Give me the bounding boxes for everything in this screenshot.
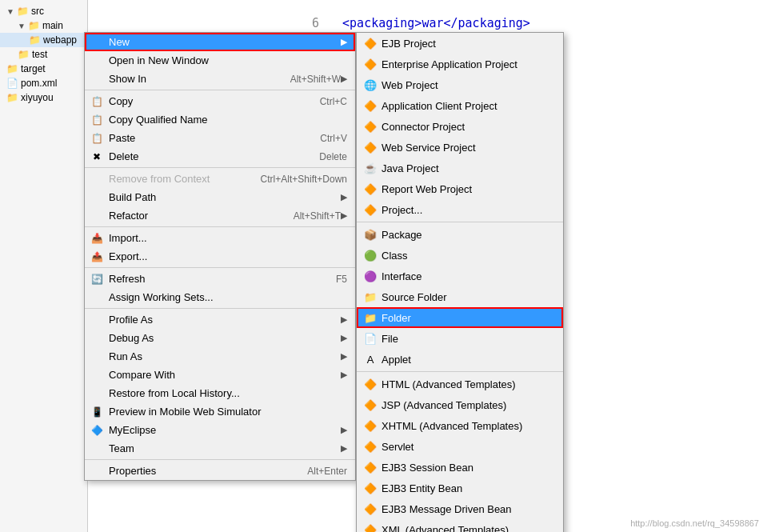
menu-item-remove-context[interactable]: Remove from ContextCtrl+Alt+Shift+Down bbox=[85, 170, 355, 188]
menu-item-icon: 📋 bbox=[90, 113, 104, 127]
submenu-item-label: Applet bbox=[382, 354, 411, 366]
menu-item-show-in[interactable]: Show InAlt+Shift+W▶ bbox=[85, 70, 355, 88]
menu-item-build-path[interactable]: Build Path▶ bbox=[85, 188, 355, 206]
menu-item-properties[interactable]: PropertiesAlt+Enter bbox=[85, 462, 355, 480]
submenu-item-icon: 📁 bbox=[363, 290, 378, 304]
submenu-item-source-folder[interactable]: 📁Source Folder bbox=[357, 286, 563, 307]
menu-item-shortcut: Alt+Shift+T bbox=[294, 210, 341, 222]
menu-item-label: Remove from Context bbox=[109, 173, 245, 185]
menu-item-preview-mobile[interactable]: 📱Preview in Mobile Web Simulator bbox=[85, 402, 355, 421]
submenu: 🔶EJB Project🔶Enterprise Application Proj… bbox=[356, 32, 564, 532]
menu-item-debug-as[interactable]: Debug As▶ bbox=[85, 329, 355, 347]
submenu-item-icon: 🔶 bbox=[363, 460, 378, 474]
menu-item-icon: 📤 bbox=[90, 250, 104, 264]
folder-icon: 📁 bbox=[29, 34, 41, 46]
menu-item-import[interactable]: 📥Import... bbox=[85, 229, 355, 247]
menu-item-refresh[interactable]: 🔄RefreshF5 bbox=[85, 270, 355, 288]
tree-item-test[interactable]: 📁test bbox=[0, 47, 87, 62]
menu-item-paste[interactable]: 📋PasteCtrl+V bbox=[85, 129, 355, 147]
submenu-item-class[interactable]: 🟢Class bbox=[357, 245, 563, 266]
tree-item-webapp[interactable]: 📁webapp bbox=[0, 33, 87, 47]
menu-item-run-as[interactable]: Run As▶ bbox=[85, 347, 355, 366]
submenu-item-label: Package bbox=[382, 229, 422, 241]
submenu-item-icon: 🔶 bbox=[363, 57, 378, 71]
menu-item-label: Paste bbox=[109, 132, 304, 144]
submenu-item-web-service[interactable]: 🔶Web Service Project bbox=[357, 137, 563, 158]
menu-item-label: Restore from Local History... bbox=[109, 387, 347, 399]
menu-item-icon: 📥 bbox=[90, 231, 104, 246]
menu-item-myeclipse[interactable]: 🔷MyEclipse▶ bbox=[85, 421, 355, 439]
tree-item-pom-xml[interactable]: 📄pom.xml bbox=[0, 76, 87, 90]
submenu-item-ejb3-msg[interactable]: 🔶EJB3 Message Driven Bean bbox=[357, 498, 563, 519]
tree-item-label: test bbox=[32, 49, 47, 60]
menu-item-label: Assign Working Sets... bbox=[109, 291, 347, 303]
menu-item-refactor[interactable]: RefactorAlt+Shift+T▶ bbox=[85, 206, 355, 225]
submenu-item-label: JSP (Advanced Templates) bbox=[382, 399, 506, 411]
submenu-item-applet[interactable]: AApplet bbox=[357, 349, 563, 370]
submenu-item-icon: 🔶 bbox=[363, 398, 378, 412]
menu-separator bbox=[85, 167, 355, 168]
submenu-item-icon: 🔶 bbox=[363, 481, 378, 495]
submenu-item-ejb3-session[interactable]: 🔶EJB3 Session Bean bbox=[357, 457, 563, 478]
submenu-separator bbox=[357, 222, 563, 222]
submenu-item-servlet[interactable]: 🔶Servlet bbox=[357, 436, 563, 457]
submenu-item-xhtml-adv[interactable]: 🔶XHTML (Advanced Templates) bbox=[357, 415, 563, 436]
submenu-arrow-icon: ▶ bbox=[341, 74, 347, 84]
tree-item-label: webapp bbox=[43, 34, 77, 46]
submenu-item-icon: 📦 bbox=[363, 227, 378, 242]
submenu-item-xml-adv[interactable]: 🔶XML (Advanced Templates) bbox=[357, 519, 563, 532]
submenu-item-interface[interactable]: 🟣Interface bbox=[357, 266, 563, 286]
submenu-item-label: EJB3 Session Bean bbox=[382, 462, 473, 474]
tree-item-target[interactable]: 📁target bbox=[0, 62, 87, 76]
menu-item-icon: ✖ bbox=[90, 150, 104, 164]
submenu-item-app-client[interactable]: 🔶Application Client Project bbox=[357, 95, 563, 116]
menu-item-label: Compare With bbox=[109, 369, 341, 381]
submenu-item-file[interactable]: 📄File bbox=[357, 328, 563, 349]
tree-item-label: target bbox=[21, 63, 46, 74]
tree-item-label: main bbox=[42, 20, 63, 31]
menu-item-export[interactable]: 📤Export... bbox=[85, 247, 355, 266]
submenu-item-enterprise-app[interactable]: 🔶Enterprise Application Project bbox=[357, 54, 563, 74]
watermark: http://blog.csdn.net/rq_34598867 bbox=[630, 518, 759, 528]
file-icon: 📄 bbox=[6, 78, 18, 89]
menu-item-label: Show In bbox=[109, 73, 274, 85]
submenu-item-ejb3-entity[interactable]: 🔶EJB3 Entity Bean bbox=[357, 478, 563, 498]
submenu-item-web-project[interactable]: 🌐Web Project bbox=[357, 74, 563, 95]
menu-item-assign-working[interactable]: Assign Working Sets... bbox=[85, 288, 355, 306]
menu-item-restore-local[interactable]: Restore from Local History... bbox=[85, 384, 355, 402]
tree-item-xiyuyou[interactable]: 📁xiyuyou bbox=[0, 90, 87, 105]
menu-item-shortcut: Delete bbox=[319, 151, 347, 162]
menu-item-delete[interactable]: ✖DeleteDelete bbox=[85, 147, 355, 166]
menu-item-open-new-window[interactable]: Open in New Window bbox=[85, 51, 355, 70]
submenu-item-connector[interactable]: 🔶Connector Project bbox=[357, 116, 563, 137]
context-menu: New▶Open in New WindowShow InAlt+Shift+W… bbox=[84, 32, 356, 481]
submenu-item-label: Java Project bbox=[382, 162, 439, 174]
menu-item-label: Import... bbox=[109, 232, 347, 244]
submenu-item-label: HTML (Advanced Templates) bbox=[382, 378, 516, 390]
submenu-item-package[interactable]: 📦Package bbox=[357, 224, 563, 245]
submenu-item-report-web[interactable]: 🔶Report Web Project bbox=[357, 178, 563, 199]
tree-item-main[interactable]: ▼📁main bbox=[0, 18, 87, 33]
submenu-item-jsp-adv[interactable]: 🔶JSP (Advanced Templates) bbox=[357, 394, 563, 415]
menu-item-shortcut: F5 bbox=[336, 274, 347, 285]
submenu-item-java-project[interactable]: ☕Java Project bbox=[357, 158, 563, 178]
submenu-arrow-icon: ▶ bbox=[341, 425, 347, 435]
tree-item-label: src bbox=[31, 6, 44, 17]
submenu-item-label: Connector Project bbox=[382, 121, 465, 133]
folder-icon: 📁 bbox=[17, 6, 29, 17]
menu-item-shortcut: Ctrl+C bbox=[320, 96, 347, 107]
submenu-separator bbox=[357, 371, 563, 372]
menu-item-copy[interactable]: 📋CopyCtrl+C bbox=[85, 92, 355, 110]
submenu-item-ejb-project[interactable]: 🔶EJB Project bbox=[357, 33, 563, 54]
submenu-item-project-dots[interactable]: 🔶Project... bbox=[357, 199, 563, 220]
submenu-item-folder[interactable]: 📁Folder bbox=[357, 307, 563, 328]
menu-item-copy-qualified[interactable]: 📋Copy Qualified Name bbox=[85, 110, 355, 129]
submenu-item-html-adv[interactable]: 🔶HTML (Advanced Templates) bbox=[357, 374, 563, 394]
tree-item-src[interactable]: ▼📁src bbox=[0, 4, 87, 18]
menu-item-shortcut: Alt+Shift+W bbox=[290, 74, 341, 85]
menu-item-profile-as[interactable]: Profile As▶ bbox=[85, 310, 355, 329]
menu-item-new[interactable]: New▶ bbox=[85, 33, 355, 51]
tree-item-label: xiyuyou bbox=[21, 92, 54, 103]
menu-item-team[interactable]: Team▶ bbox=[85, 439, 355, 458]
menu-item-compare-with[interactable]: Compare With▶ bbox=[85, 366, 355, 384]
